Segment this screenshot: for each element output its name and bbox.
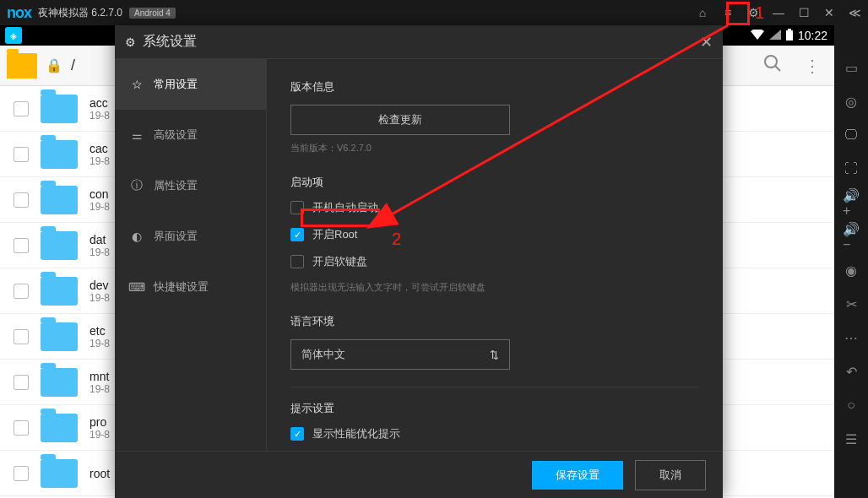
signal-icon [769,29,781,42]
checkbox-softkeyboard[interactable] [290,255,304,268]
file-date: 19-8 [90,201,110,213]
row-checkbox[interactable] [14,147,29,162]
row-checkbox[interactable] [14,329,29,344]
row-checkbox[interactable] [14,375,29,390]
recent-apps-icon[interactable]: ☰ [843,430,860,447]
svg-rect-0 [786,30,793,41]
section-version: 版本信息 [290,79,699,95]
checkbox-label: 开启Root [312,227,357,242]
checkbox-label: 开机自动启动 [312,200,378,215]
lock-icon: 🔒 [46,57,62,73]
app-title: 夜神模拟器 6.2.7.0 [38,6,122,20]
keyboard-icon: ⌨ [130,280,144,294]
file-name: etc [90,324,110,338]
file-name: cac [90,142,110,155]
gear-icon: ⚙ [125,35,136,49]
back-icon[interactable]: ↶ [843,363,860,380]
select-value: 简体中文 [301,347,345,362]
sidebar-item-label: 属性设置 [154,178,198,193]
file-date: 19-8 [90,246,110,258]
settings-modal: ⚙ 系统设置 ✕ ☆常用设置 ⚌高级设置 ⓘ属性设置 ◐界面设置 ⌨快捷键设置 … [115,25,723,498]
file-name: root [90,467,110,480]
scissors-icon[interactable]: ✂ [843,295,860,312]
maximize-icon[interactable]: ☐ [797,6,811,19]
home-icon[interactable]: ⌂ [696,6,709,19]
checkbox-row-perftip[interactable]: ✓ 显示性能优化提示 [290,426,699,441]
folder-icon [41,322,78,351]
android-home-icon[interactable]: ○ [843,397,860,414]
folder-icon [41,231,78,260]
row-checkbox[interactable] [14,192,29,208]
close-icon[interactable]: ✕ [822,6,836,19]
row-checkbox[interactable] [14,238,29,253]
modal-title: 系统设置 [143,33,197,51]
sidebar-item-interface[interactable]: ◐界面设置 [115,211,266,262]
checkbox-row-root[interactable]: ✓ 开启Root [290,227,699,242]
check-update-button[interactable]: 检查更新 [290,105,510,135]
titlebar: nox 夜神模拟器 6.2.7.0 Android 4 ⌂ ≡ ⚙ ― ☐ ✕ … [0,0,868,25]
section-language: 语言环境 [290,314,699,329]
location-icon[interactable]: ◎ [843,93,860,110]
battery-icon [786,29,793,43]
divider [290,387,699,387]
checkbox-label: 开启软键盘 [312,254,367,269]
sidebar-item-label: 高级设置 [154,127,198,143]
folder-icon [41,459,78,488]
folder-icon [41,186,78,214]
volume-down-icon[interactable]: 🔊− [843,228,860,245]
menu-lines-icon[interactable]: ≡ [721,6,735,19]
svg-rect-1 [788,29,791,30]
minimize-icon[interactable]: ― [772,6,785,19]
file-name: dat [90,233,110,246]
section-tips: 提示设置 [290,401,699,416]
file-name: acc [90,96,110,110]
emulator-right-toolbar: ▭ ◎ 🖵 ⛶ 🔊+ 🔊− ◉ ✂ ⋯ ↶ ○ ☰ [834,25,868,498]
file-name: con [90,187,110,201]
chevron-left-icon[interactable]: ≪ [848,6,861,19]
row-checkbox[interactable] [14,284,29,299]
folder-icon [41,414,78,442]
row-checkbox[interactable] [14,101,29,116]
modal-close-icon[interactable]: ✕ [700,33,713,51]
file-name: dev [90,279,110,292]
folder-icon [41,140,78,169]
more-icon[interactable]: ⋯ [843,329,860,346]
sidebar-item-advanced[interactable]: ⚌高级设置 [115,110,266,160]
row-checkbox[interactable] [14,420,29,436]
info-icon: ⓘ [130,179,144,192]
checkbox-row-softkeyboard[interactable]: 开启软键盘 [290,254,699,269]
sliders-icon: ⚌ [130,128,144,142]
gear-icon[interactable]: ⚙ [746,6,760,19]
language-select[interactable]: 简体中文 ⇅ [290,339,510,370]
cancel-button[interactable]: 取消 [635,460,706,490]
folder-icon [41,95,78,123]
checkbox-row-autostart[interactable]: 开机自动启动 [290,200,699,215]
keyboard-map-icon[interactable]: ▭ [843,59,860,76]
my-computer-icon[interactable]: 🖵 [843,127,860,143]
screenshot-icon[interactable]: ◉ [843,262,860,279]
sidebar-item-general[interactable]: ☆常用设置 [115,59,266,110]
home-folder-icon[interactable] [7,53,37,78]
search-icon[interactable] [763,54,782,77]
wifi-icon [751,29,764,42]
checkbox-perftip[interactable]: ✓ [290,427,304,441]
settings-sidebar: ☆常用设置 ⚌高级设置 ⓘ属性设置 ◐界面设置 ⌨快捷键设置 [115,59,267,451]
sidebar-item-properties[interactable]: ⓘ属性设置 [115,160,266,211]
select-arrows-icon: ⇅ [490,349,499,361]
more-menu-icon[interactable]: ⋮ [804,56,821,76]
breadcrumb-path[interactable]: / [71,57,75,74]
checkbox-root[interactable]: ✓ [290,228,304,241]
save-button[interactable]: 保存设置 [532,461,623,490]
sidebar-item-shortcuts[interactable]: ⌨快捷键设置 [115,262,266,312]
row-checkbox[interactable] [14,466,29,481]
nox-logo: nox [7,4,31,22]
file-date: 19-8 [90,383,110,395]
checkbox-autostart[interactable] [290,201,304,214]
folder-icon [41,368,78,397]
sidebar-item-label: 界面设置 [154,229,198,244]
multi-instance-icon[interactable]: ⛶ [843,160,860,177]
volume-up-icon[interactable]: 🔊+ [843,194,860,211]
section-startup: 启动项 [290,175,699,190]
emulator-screen: ◈ 10:22 🔒 / ⋮ acc19-8 cac [0,25,834,498]
android-badge: Android 4 [129,8,176,19]
